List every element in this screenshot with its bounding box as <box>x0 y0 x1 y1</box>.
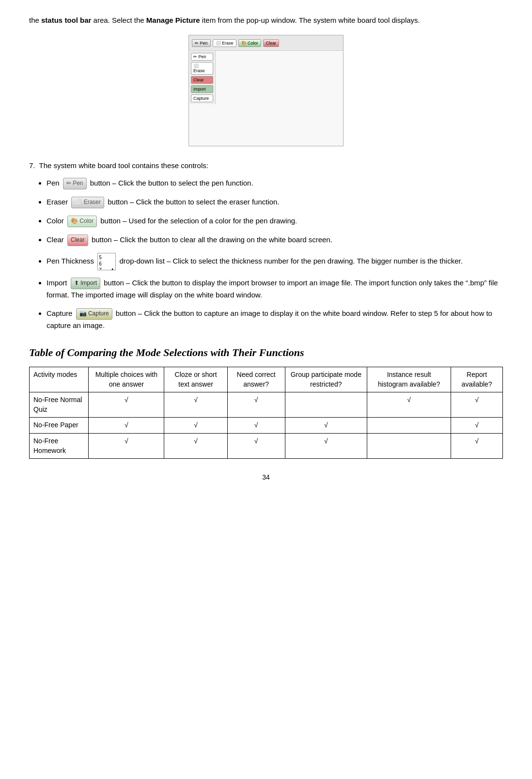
controls-list: Pen ✏ Pen button – Click the button to s… <box>47 177 503 332</box>
col-header-need-correct: Need correct answer? <box>227 367 285 392</box>
wb-side-erase: ⬜ Erase <box>191 62 213 75</box>
row2-col5 <box>367 418 451 434</box>
thickness-dropdown-img: 567 ▲▼ <box>97 253 116 270</box>
step-number: 7. <box>29 161 35 170</box>
row3-col1: √ <box>89 434 164 459</box>
row2-mode: No-Free Paper <box>30 418 89 434</box>
import-label: Import <box>47 279 69 287</box>
row1-col2: √ <box>164 392 227 418</box>
import-button-img: ⬆ Import <box>71 278 100 289</box>
eraser-button-img: ⬜ Eraser <box>71 197 104 208</box>
row1-col6: √ <box>451 392 503 418</box>
pen-description: button – Click the button to select the … <box>90 179 253 187</box>
col-header-instance-result: Instance result histogram available? <box>367 367 451 392</box>
row2-col1: √ <box>89 418 164 434</box>
capture-label: Capture <box>47 309 75 317</box>
table-row: No-Free Paper √ √ √ √ √ <box>30 418 503 434</box>
page-number: 34 <box>29 473 503 481</box>
compare-table: Activity modes Multiple choices with one… <box>29 367 503 459</box>
thickness-description: drop-down list – Click to select the thi… <box>119 257 462 265</box>
clear-description: button – Click the button to clear all t… <box>92 235 332 244</box>
wb-sidebar: ✏ Pen ⬜ Erase Clear Import Capture <box>189 51 216 104</box>
wb-side-import: Import <box>191 85 213 93</box>
intro-paragraph: the status tool bar area. Select the Man… <box>29 15 503 26</box>
status-tool-bar-bold: status tool bar <box>41 16 91 24</box>
list-item-eraser: Eraser ⬜ Eraser button – Click the butto… <box>47 196 503 208</box>
list-item-pen: Pen ✏ Pen button – Click the button to s… <box>47 177 503 189</box>
row3-col3: √ <box>227 434 285 459</box>
color-button-img: 🎨 Color <box>67 216 97 227</box>
clear-button-img: Clear <box>67 234 88 246</box>
row1-mode: No-Free Normal Quiz <box>30 392 89 418</box>
table-header-row: Activity modes Multiple choices with one… <box>30 367 503 392</box>
capture-description: button – Click the button to capture an … <box>47 309 492 329</box>
wb-pen-btn: ✏ Pen <box>192 39 211 47</box>
section-title: Table of Comparing the Mode Selections w… <box>29 346 503 359</box>
wb-toolbar: ✏ Pen ⬜ Erase 🎨 Color Clear <box>189 35 343 51</box>
col-header-activity-modes: Activity modes <box>30 367 89 392</box>
color-label: Color <box>47 217 66 225</box>
list-item-clear: Clear Clear button – Click the button to… <box>47 234 503 246</box>
row3-col5 <box>367 434 451 459</box>
row2-col4: √ <box>285 418 367 434</box>
step-7-text: 7. The system white board tool contains … <box>29 160 503 171</box>
step-7-container: 7. The system white board tool contains … <box>29 160 503 332</box>
col-header-report: Report available? <box>451 367 503 392</box>
row1-col3: √ <box>227 392 285 418</box>
row3-col4: √ <box>285 434 367 459</box>
wb-side-pen: ✏ Pen <box>191 53 213 61</box>
col-header-cloze: Cloze or short text answer <box>164 367 227 392</box>
row1-col4 <box>285 392 367 418</box>
row1-col1: √ <box>89 392 164 418</box>
list-item-thickness: Pen Thickness 567 ▲▼ drop-down list – Cl… <box>47 253 503 270</box>
col-header-group-participate: Group participate mode restricted? <box>285 367 367 392</box>
manage-picture-bold: Manage Picture <box>146 16 200 24</box>
thickness-label: Pen Thickness <box>47 257 94 265</box>
table-row: No-Free Homework √ √ √ √ √ <box>30 434 503 459</box>
pen-button-img: ✏ Pen <box>63 178 87 189</box>
list-item-capture: Capture 📷 Capture button – Click the but… <box>47 308 503 332</box>
clear-label: Clear <box>47 235 64 244</box>
list-item-color: Color 🎨 Color button – Used for the sele… <box>47 215 503 227</box>
wb-color-btn: 🎨 Color <box>238 39 261 47</box>
row3-mode: No-Free Homework <box>30 434 89 459</box>
row3-col2: √ <box>164 434 227 459</box>
wb-erase-btn: ⬜ Erase <box>213 39 236 47</box>
eraser-label: Eraser <box>47 198 70 206</box>
capture-button-img: 📷 Capture <box>76 308 112 320</box>
row1-col5: √ <box>367 392 451 418</box>
list-item-import: Import ⬆ Import button – Click the butto… <box>47 277 503 301</box>
whiteboard-screenshot: ✏ Pen ⬜ Erase 🎨 Color Clear ✏ Pen ⬜ Eras… <box>188 35 344 146</box>
step-7-description: The system white board tool contains the… <box>39 161 208 170</box>
table-row: No-Free Normal Quiz √ √ √ √ √ <box>30 392 503 418</box>
row3-col6: √ <box>451 434 503 459</box>
wb-side-capture: Capture <box>191 94 213 102</box>
row2-col2: √ <box>164 418 227 434</box>
color-description: button – Used for the selection of a col… <box>100 217 297 225</box>
eraser-description: button – Click the button to select the … <box>108 198 279 206</box>
row2-col3: √ <box>227 418 285 434</box>
col-header-multiple-choices: Multiple choices with one answer <box>89 367 164 392</box>
wb-clear-btn: Clear <box>263 39 280 47</box>
import-description: button – Click the button to display the… <box>47 279 498 299</box>
wb-side-clear: Clear <box>191 76 213 84</box>
pen-label: Pen <box>47 179 62 187</box>
row2-col6: √ <box>451 418 503 434</box>
